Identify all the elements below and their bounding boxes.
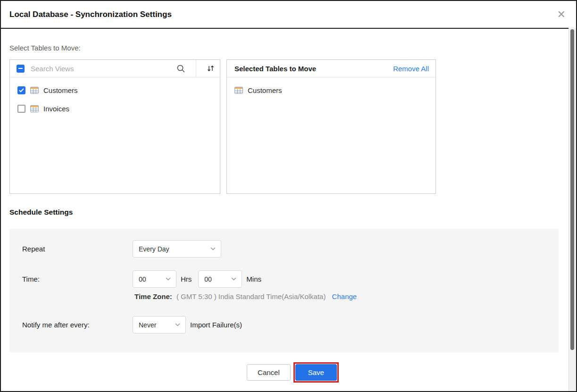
source-tables-panel: Customers bbox=[9, 59, 220, 194]
scrollbar-thumb[interactable] bbox=[570, 29, 574, 350]
minutes-dropdown[interactable]: 00 bbox=[198, 270, 242, 288]
table-icon bbox=[234, 87, 243, 94]
time-label: Time: bbox=[22, 275, 133, 283]
save-highlight-annotation: Save bbox=[293, 362, 339, 383]
selected-table-row[interactable]: Customers bbox=[227, 81, 435, 100]
selected-table-list: Customers bbox=[227, 77, 435, 100]
minutes-dropdown-value: 00 bbox=[204, 275, 212, 283]
close-icon[interactable]: ✕ bbox=[557, 9, 566, 20]
repeat-row: Repeat Every Day bbox=[22, 240, 559, 258]
dialog-title: Local Database - Synchronization Setting… bbox=[9, 10, 172, 19]
selected-tables-panel: Selected Tables to Move Remove All bbox=[226, 59, 436, 194]
source-table-list: Customers bbox=[10, 77, 220, 118]
timezone-line: Time Zone: ( GMT 5:30 ) India Standard T… bbox=[134, 292, 559, 300]
hours-dropdown-value: 00 bbox=[139, 275, 146, 283]
table-icon bbox=[30, 87, 39, 94]
remove-all-link[interactable]: Remove All bbox=[393, 65, 429, 73]
time-row: Time: 00 Hrs 00 Mins bbox=[22, 270, 559, 288]
source-panel-header bbox=[10, 60, 220, 77]
selected-panel-title: Selected Tables to Move bbox=[234, 65, 316, 73]
chevron-down-icon bbox=[210, 247, 216, 250]
checkbox-unchecked[interactable] bbox=[17, 105, 25, 113]
timezone-change-link[interactable]: Change bbox=[332, 292, 357, 300]
hours-unit-label: Hrs bbox=[181, 275, 192, 283]
schedule-settings-panel: Repeat Every Day Time: 00 Hrs bbox=[9, 229, 559, 352]
cancel-button[interactable]: Cancel bbox=[247, 364, 291, 381]
table-panels: Customers bbox=[9, 59, 576, 194]
dialog-header: Local Database - Synchronization Setting… bbox=[1, 1, 576, 29]
selected-panel-header: Selected Tables to Move Remove All bbox=[227, 60, 435, 77]
search-input[interactable] bbox=[30, 64, 166, 73]
table-icon bbox=[30, 105, 39, 112]
notify-suffix-label: Import Failure(s) bbox=[190, 321, 242, 329]
save-button[interactable]: Save bbox=[295, 364, 337, 381]
hours-dropdown[interactable]: 00 bbox=[133, 270, 176, 288]
sort-icon[interactable] bbox=[201, 65, 220, 72]
sync-settings-dialog: Local Database - Synchronization Setting… bbox=[0, 0, 577, 392]
repeat-dropdown[interactable]: Every Day bbox=[133, 240, 221, 258]
checkbox-checked[interactable] bbox=[17, 86, 25, 94]
timezone-value: ( GMT 5:30 ) India Standard Time(Asia/Ko… bbox=[176, 292, 326, 300]
select-tables-label: Select Tables to Move: bbox=[9, 44, 576, 52]
notify-dropdown[interactable]: Never bbox=[133, 316, 186, 334]
vertical-scrollbar[interactable] bbox=[569, 28, 576, 391]
chevron-down-icon bbox=[175, 323, 180, 326]
repeat-dropdown-value: Every Day bbox=[139, 245, 169, 253]
table-name: Customers bbox=[43, 86, 78, 94]
table-row[interactable]: Customers bbox=[10, 81, 220, 100]
select-all-checkbox[interactable] bbox=[17, 65, 25, 73]
chevron-down-icon bbox=[231, 277, 236, 281]
chevron-down-icon bbox=[166, 277, 171, 281]
table-name: Invoices bbox=[43, 105, 69, 113]
minutes-unit-label: Mins bbox=[246, 275, 261, 283]
schedule-settings-heading: Schedule Settings bbox=[9, 208, 576, 217]
indeterminate-mark bbox=[18, 68, 23, 69]
repeat-label: Repeat bbox=[22, 245, 133, 253]
search-icon[interactable] bbox=[171, 64, 191, 73]
header-divider bbox=[196, 60, 196, 77]
notify-label: Notify me after every: bbox=[22, 321, 133, 329]
dialog-footer: Cancel Save bbox=[9, 362, 576, 383]
dialog-content: Select Tables to Move: bbox=[1, 44, 576, 383]
table-name: Customers bbox=[248, 86, 282, 94]
table-row[interactable]: Invoices bbox=[10, 100, 220, 118]
notify-dropdown-value: Never bbox=[139, 321, 156, 329]
timezone-label: Time Zone: bbox=[134, 292, 172, 300]
notify-row: Notify me after every: Never Import Fail… bbox=[22, 316, 559, 334]
